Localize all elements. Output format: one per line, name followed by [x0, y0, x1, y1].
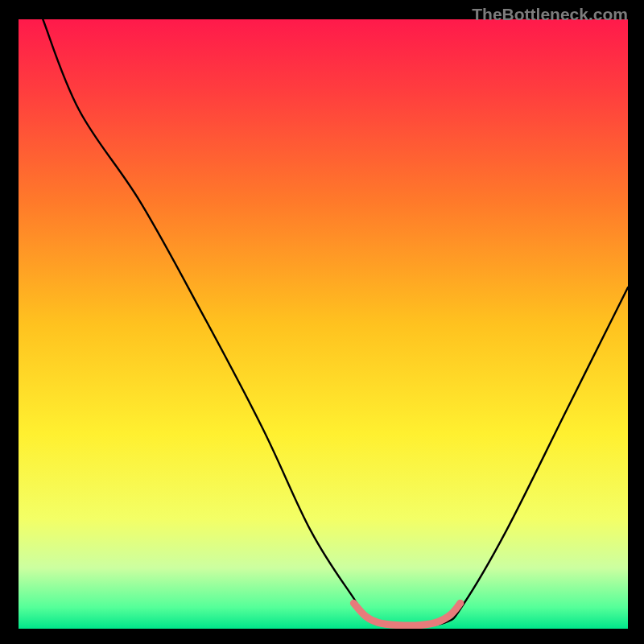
sweet-spot-band [353, 603, 460, 625]
bottleneck-curve [43, 19, 628, 626]
curve-layer [19, 19, 628, 629]
chart-stage: TheBottleneck.com [0, 0, 644, 644]
plot-area [19, 19, 628, 629]
watermark-text: TheBottleneck.com [472, 5, 628, 24]
